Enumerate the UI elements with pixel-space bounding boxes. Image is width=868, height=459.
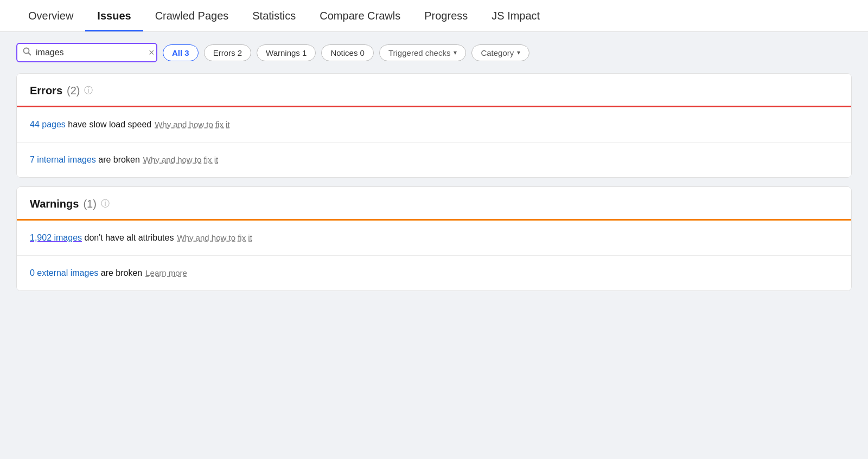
tab-overview[interactable]: Overview: [16, 0, 85, 31]
warnings-group-header: Warnings (1) ⓘ: [17, 187, 851, 219]
info-icon[interactable]: ⓘ: [84, 85, 93, 96]
filter-errors-button[interactable]: Errors 2: [204, 44, 251, 61]
tab-statistics[interactable]: Statistics: [240, 0, 308, 31]
search-icon: [23, 47, 31, 58]
external-images-text: are broken: [98, 268, 142, 277]
category-dropdown[interactable]: Category ▾: [471, 44, 529, 61]
tab-issues[interactable]: Issues: [85, 0, 143, 31]
filter-notices-button[interactable]: Notices 0: [321, 44, 374, 61]
issue-external-images: 0 external images are brokenLearn more: [17, 256, 851, 290]
alt-attributes-link[interactable]: 1,902 images: [30, 233, 82, 242]
broken-images-text: are broken: [96, 155, 140, 164]
search-box: ×: [16, 43, 157, 62]
search-input[interactable]: [36, 48, 144, 57]
slow-load-text: have slow load speed: [66, 120, 151, 129]
info-icon[interactable]: ⓘ: [101, 198, 110, 210]
warnings-group: Warnings (1) ⓘ 1,902 images don't have a…: [16, 186, 852, 291]
issue-slow-load: 44 pages have slow load speedWhy and how…: [17, 107, 851, 143]
broken-images-fix-link[interactable]: Why and how to fix it: [143, 155, 218, 164]
alt-attributes-text: don't have alt attributes: [82, 233, 174, 242]
main-content: Errors (2) ⓘ 44 pages have slow load spe…: [0, 73, 868, 291]
search-clear-button[interactable]: ×: [149, 48, 155, 57]
slow-load-link[interactable]: 44 pages: [30, 120, 66, 129]
errors-title: Errors: [30, 85, 62, 97]
tab-progress[interactable]: Progress: [412, 0, 480, 31]
errors-count: (2): [67, 85, 80, 97]
tab-compare-crawls[interactable]: Compare Crawls: [308, 0, 412, 31]
alt-attributes-fix-link[interactable]: Why and how to fix it: [177, 233, 252, 242]
filter-warnings-button[interactable]: Warnings 1: [257, 44, 316, 61]
filter-all-button[interactable]: All 3: [163, 44, 199, 61]
warnings-count: (1): [83, 198, 96, 210]
issue-alt-attributes: 1,902 images don't have alt attributesWh…: [17, 221, 851, 256]
triggered-checks-dropdown[interactable]: Triggered checks ▾: [379, 44, 467, 61]
errors-group-header: Errors (2) ⓘ: [17, 74, 851, 106]
tab-js-impact[interactable]: JS Impact: [480, 0, 552, 31]
errors-group: Errors (2) ⓘ 44 pages have slow load spe…: [16, 73, 852, 178]
tab-crawled-pages[interactable]: Crawled Pages: [143, 0, 241, 31]
broken-images-link[interactable]: 7 internal images: [30, 155, 96, 164]
top-navigation: Overview Issues Crawled Pages Statistics…: [0, 0, 868, 32]
chevron-down-icon: ▾: [454, 49, 457, 56]
svg-line-1: [29, 53, 31, 55]
slow-load-fix-link[interactable]: Why and how to fix it: [155, 120, 229, 129]
external-images-link[interactable]: 0 external images: [30, 268, 98, 277]
chevron-down-icon: ▾: [517, 49, 520, 56]
issue-broken-images: 7 internal images are brokenWhy and how …: [17, 143, 851, 177]
external-images-learn-link[interactable]: Learn more: [145, 268, 187, 277]
warnings-title: Warnings: [30, 198, 79, 210]
filter-bar: × All 3 Errors 2 Warnings 1 Notices 0 Tr…: [0, 32, 868, 73]
